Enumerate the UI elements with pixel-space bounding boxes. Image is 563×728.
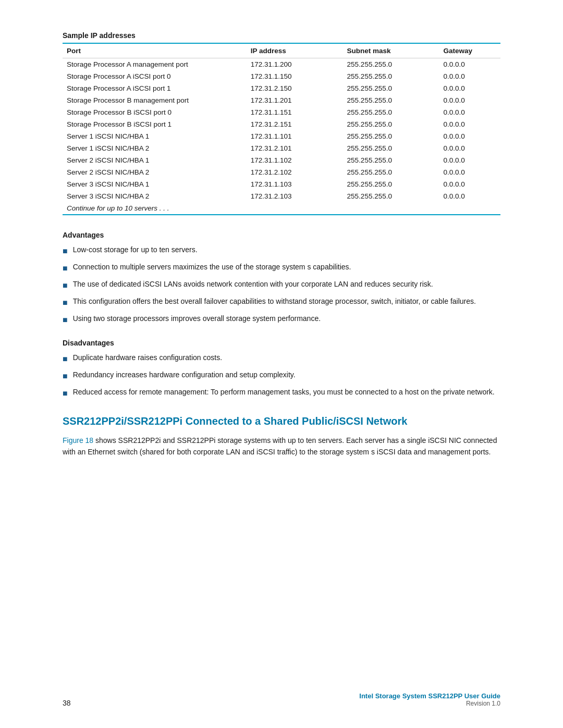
col-header-port: Port [63,44,247,58]
cell-gateway: 0.0.0.0 [439,94,500,106]
cell-port: Server 2 iSCSI NIC/HBA 2 [63,166,247,178]
cell-ip: 172.31.1.103 [247,178,343,190]
cell-subnet: 255.255.255.0 [343,154,439,166]
ip-address-table: Port IP address Subnet mask Gateway Stor… [63,44,500,214]
cell-subnet: 255.255.255.0 [343,94,439,106]
table-row: Storage Processor B iSCSI port 0172.31.1… [63,106,500,118]
cell-gateway: 0.0.0.0 [439,106,500,118]
list-item: ■Using two storage processors improves o… [63,313,500,326]
list-item: ■Connection to multiple servers maximize… [63,262,500,275]
list-item: ■Duplicate hardware raises configuration… [63,352,500,365]
cell-port: Server 3 iSCSI NIC/HBA 2 [63,190,247,202]
cell-port: Storage Processor B iSCSI port 1 [63,118,247,130]
table-row: Storage Processor B iSCSI port 1172.31.2… [63,118,500,130]
cell-port: Storage Processor B iSCSI port 0 [63,106,247,118]
disadvantages-title: Disadvantages [63,339,500,347]
cell-port: Storage Processor A iSCSI port 0 [63,70,247,82]
bullet-icon: ■ [63,297,68,309]
list-item-text: Using two storage processors improves ov… [73,313,321,324]
cell-port: Server 3 iSCSI NIC/HBA 1 [63,178,247,190]
list-item-text: Duplicate hardware raises configuration … [73,352,222,363]
section-heading: SSR212PP2i/SSR212PPi Connected to a Shar… [63,415,500,427]
page-number: 38 [63,699,71,707]
bullet-icon: ■ [63,314,68,326]
cell-gateway [439,202,500,214]
bullet-icon: ■ [63,353,68,365]
table-row: Server 1 iSCSI NIC/HBA 1172.31.1.101255.… [63,130,500,142]
cell-port: Storage Processor A iSCSI port 1 [63,82,247,94]
cell-ip: 172.31.2.151 [247,118,343,130]
list-item-text: Low-cost storage for up to ten servers. [73,244,198,255]
table-header-row: Port IP address Subnet mask Gateway [63,44,500,58]
list-item: ■Redundancy increases hardware configura… [63,369,500,382]
list-item-text: Reduced access for remote management: To… [73,387,495,398]
bullet-icon: ■ [63,262,68,275]
table-row: Storage Processor A iSCSI port 1172.31.2… [63,82,500,94]
disadvantages-list: ■Duplicate hardware raises configuration… [63,352,500,400]
cell-ip: 172.31.1.101 [247,130,343,142]
bullet-icon: ■ [63,245,68,257]
cell-ip [247,202,343,214]
cell-gateway: 0.0.0.0 [439,166,500,178]
cell-gateway: 0.0.0.0 [439,130,500,142]
advantages-title: Advantages [63,231,500,239]
list-item-text: Connection to multiple servers maximizes… [73,262,351,273]
cell-port: Server 1 iSCSI NIC/HBA 1 [63,130,247,142]
cell-gateway: 0.0.0.0 [439,190,500,202]
cell-port: Storage Processor B management port [63,94,247,106]
cell-ip: 172.31.2.102 [247,166,343,178]
revision: Revision 1.0 [359,700,500,707]
cell-subnet: 255.255.255.0 [343,166,439,178]
list-item-text: This configuration offers the best overa… [73,296,476,307]
list-item: ■The use of dedicated iSCSI LANs avoids … [63,279,500,292]
advantages-list: ■Low-cost storage for up to ten servers.… [63,244,500,326]
cell-subnet: 255.255.255.0 [343,130,439,142]
cell-port: Storage Processor A management port [63,58,247,71]
cell-subnet: 255.255.255.0 [343,190,439,202]
cell-gateway: 0.0.0.0 [439,70,500,82]
figure-18-link[interactable]: Figure 18 [63,436,93,445]
cell-gateway: 0.0.0.0 [439,58,500,71]
cell-subnet: 255.255.255.0 [343,82,439,94]
cell-subnet: 255.255.255.0 [343,118,439,130]
table-row: Storage Processor A iSCSI port 0172.31.1… [63,70,500,82]
cell-subnet: 255.255.255.0 [343,106,439,118]
bullet-icon: ■ [63,387,68,400]
cell-port: Server 2 iSCSI NIC/HBA 1 [63,154,247,166]
cell-gateway: 0.0.0.0 [439,154,500,166]
advantages-section: Advantages ■Low-cost storage for up to t… [63,231,500,326]
list-item: ■Low-cost storage for up to ten servers. [63,244,500,257]
cell-subnet: 255.255.255.0 [343,58,439,71]
cell-ip: 172.31.1.102 [247,154,343,166]
table-row: Storage Processor B management port172.3… [63,94,500,106]
body-paragraph-text: shows SSR212PP2i and SSR212PPi storage s… [63,436,497,456]
cell-ip: 172.31.1.200 [247,58,343,71]
table-row: Server 3 iSCSI NIC/HBA 1172.31.1.103255.… [63,178,500,190]
table-section-title: Sample IP addresses [63,31,500,40]
cell-ip: 172.31.2.101 [247,142,343,154]
cell-gateway: 0.0.0.0 [439,142,500,154]
cell-gateway: 0.0.0.0 [439,118,500,130]
body-paragraph: Figure 18 shows SSR212PP2i and SSR212PPi… [63,435,500,458]
table-row: Server 2 iSCSI NIC/HBA 1172.31.1.102255.… [63,154,500,166]
table-row: Server 1 iSCSI NIC/HBA 2172.31.2.101255.… [63,142,500,154]
cell-ip: 172.31.2.150 [247,82,343,94]
cell-gateway: 0.0.0.0 [439,82,500,94]
cell-ip: 172.31.1.151 [247,106,343,118]
col-header-ip: IP address [247,44,343,58]
bullet-icon: ■ [63,370,68,382]
table-row: Server 2 iSCSI NIC/HBA 2172.31.2.102255.… [63,166,500,178]
cell-ip: 172.31.1.201 [247,94,343,106]
table-wrapper: Sample IP addresses Port IP address Subn… [63,31,500,215]
cell-subnet [343,202,439,214]
cell-ip: 172.31.1.150 [247,70,343,82]
cell-subnet: 255.255.255.0 [343,142,439,154]
ip-table-container: Port IP address Subnet mask Gateway Stor… [63,43,500,215]
bullet-icon: ■ [63,279,68,292]
list-item: ■This configuration offers the best over… [63,296,500,309]
list-item: ■Reduced access for remote management: T… [63,387,500,400]
cell-ip: 172.31.2.103 [247,190,343,202]
col-header-gateway: Gateway [439,44,500,58]
cell-port: Continue for up to 10 servers . . . [63,202,247,214]
cell-port: Server 1 iSCSI NIC/HBA 2 [63,142,247,154]
